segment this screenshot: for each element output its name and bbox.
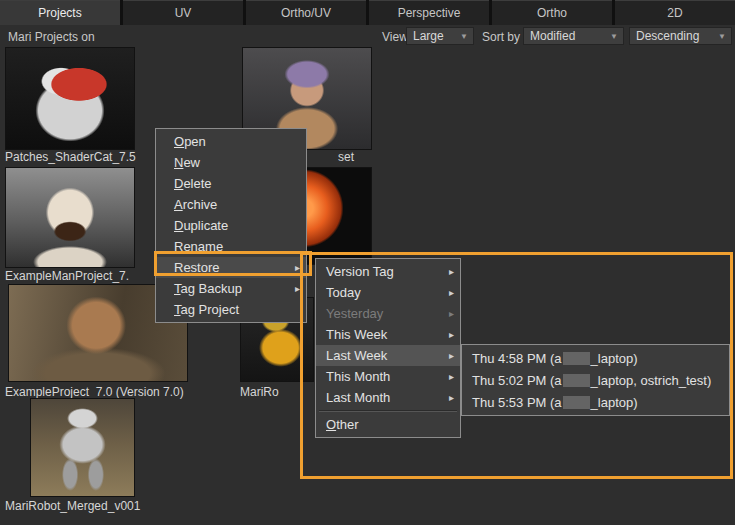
menu-item-label: Tag Backup	[174, 281, 242, 296]
menu-item-label: Archive	[174, 197, 217, 212]
submenu-arrow-icon: ▸	[449, 329, 454, 340]
tab-label: UV	[175, 6, 192, 20]
submenu-item-yesterday[interactable]: Yesterday ▸	[316, 303, 460, 324]
tab-label: Projects	[38, 6, 81, 20]
tab-label: Ortho	[537, 6, 567, 20]
menu-item-label: Duplicate	[174, 218, 228, 233]
backup-item[interactable]: Thu 5:02 PM (a_laptop, ostrich_test)	[462, 369, 729, 391]
chevron-down-icon: ▼	[610, 32, 618, 41]
submenu-arrow-icon: ▸	[449, 371, 454, 382]
menu-item-restore[interactable]: Restore ▸	[156, 257, 306, 278]
menu-item-label: Tag Project	[174, 302, 239, 317]
submenu-item-today[interactable]: Today ▸	[316, 282, 460, 303]
menu-item-label: Version Tag	[326, 264, 394, 279]
submenu-item-last-week[interactable]: Last Week ▸	[316, 345, 460, 366]
submenu-item-other[interactable]: Other	[316, 414, 460, 435]
submenu-item-this-week[interactable]: This Week ▸	[316, 324, 460, 345]
project-caption: Patches_ShaderCat_7.5	[5, 150, 136, 164]
submenu-arrow-icon: ▸	[449, 392, 454, 403]
submenu-arrow-icon: ▸	[449, 350, 454, 361]
backup-item-text: Thu 4:58 PM (a	[472, 351, 562, 366]
menu-item-label: Open	[174, 134, 206, 149]
submenu-item-version-tag[interactable]: Version Tag ▸	[316, 261, 460, 282]
redaction-box	[563, 352, 590, 365]
submenu-arrow-icon: ▸	[295, 262, 300, 273]
project-thumbnail-marirobot-merged[interactable]	[30, 398, 135, 497]
project-caption: set	[338, 150, 354, 164]
context-menu: Open New Delete Archive Duplicate Rename…	[155, 128, 307, 323]
submenu-item-this-month[interactable]: This Month ▸	[316, 366, 460, 387]
sort-field-value: Modified	[530, 29, 575, 43]
tab-projects[interactable]: Projects	[0, 0, 120, 25]
tab-ortho[interactable]: Ortho	[492, 0, 612, 25]
backup-item-text: Thu 5:53 PM (a	[472, 395, 562, 410]
menu-item-label: This Month	[326, 369, 390, 384]
menu-item-label: Last Week	[326, 348, 387, 363]
tab-uv[interactable]: UV	[123, 0, 243, 25]
menu-item-open[interactable]: Open	[156, 131, 306, 152]
menu-item-tag-backup[interactable]: Tag Backup ▸	[156, 278, 306, 299]
menu-item-new[interactable]: New	[156, 152, 306, 173]
menu-item-delete[interactable]: Delete	[156, 173, 306, 194]
menu-item-archive[interactable]: Archive	[156, 194, 306, 215]
backup-item[interactable]: Thu 5:53 PM (a_laptop)	[462, 391, 729, 413]
sort-field-dropdown[interactable]: Modified ▼	[523, 27, 624, 45]
submenu-arrow-icon: ▸	[449, 287, 454, 298]
sort-by-label: Sort by	[482, 30, 520, 44]
project-thumbnail-patches-shadercat[interactable]	[5, 47, 135, 150]
backup-item[interactable]: Thu 4:58 PM (a_laptop)	[462, 347, 729, 369]
tab-label: 2D	[667, 6, 682, 20]
project-thumbnail-exampleman[interactable]	[5, 167, 135, 268]
mari-projects-window: Projects UV Ortho/UV Perspective Ortho 2…	[0, 0, 735, 525]
menu-item-tag-project[interactable]: Tag Project	[156, 299, 306, 320]
backup-item-text: _laptop, ostrich_test)	[591, 373, 712, 388]
submenu-arrow-icon: ▸	[449, 266, 454, 277]
tab-2d[interactable]: 2D	[615, 0, 735, 25]
menu-item-label: This Week	[326, 327, 387, 342]
tab-bar: Projects UV Ortho/UV Perspective Ortho 2…	[0, 0, 735, 25]
backup-list-menu: Thu 4:58 PM (a_laptop) Thu 5:02 PM (a_la…	[461, 344, 730, 416]
chevron-down-icon: ▼	[718, 32, 726, 41]
project-caption: ExampleProject_7.0 (Version 7.0)	[5, 385, 184, 399]
backup-item-text: _laptop)	[591, 351, 638, 366]
menu-item-rename[interactable]: Rename	[156, 236, 306, 257]
menu-item-label: New	[174, 155, 200, 170]
tab-ortho-uv[interactable]: Ortho/UV	[246, 0, 366, 25]
menu-item-label: Today	[326, 285, 361, 300]
restore-submenu: Version Tag ▸ Today ▸ Yesterday ▸ This W…	[315, 258, 461, 438]
tab-label: Ortho/UV	[281, 6, 331, 20]
tab-label: Perspective	[398, 6, 461, 20]
redaction-box	[563, 396, 590, 409]
menu-item-label: Yesterday	[326, 306, 383, 321]
view-size-value: Large	[413, 29, 444, 43]
menu-item-duplicate[interactable]: Duplicate	[156, 215, 306, 236]
menu-item-label: Other	[326, 417, 359, 432]
menu-item-label: Rename	[174, 239, 223, 254]
submenu-item-last-month[interactable]: Last Month ▸	[316, 387, 460, 408]
chevron-down-icon: ▼	[460, 32, 468, 41]
submenu-arrow-icon: ▸	[295, 283, 300, 294]
redaction-box	[563, 374, 590, 387]
backup-item-text: _laptop)	[591, 395, 638, 410]
view-label: View	[382, 30, 408, 44]
menu-item-label: Delete	[174, 176, 212, 191]
menu-separator	[319, 410, 457, 412]
sort-order-dropdown[interactable]: Descending ▼	[629, 27, 732, 45]
sort-order-value: Descending	[636, 29, 699, 43]
backup-item-text: Thu 5:02 PM (a	[472, 373, 562, 388]
project-caption: ExampleManProject_7.	[5, 269, 129, 283]
menu-item-label: Last Month	[326, 390, 390, 405]
project-caption: MariRo	[240, 385, 279, 399]
submenu-arrow-icon: ▸	[449, 308, 454, 319]
view-size-dropdown[interactable]: Large ▼	[406, 27, 474, 45]
project-caption: MariRobot_Merged_v001	[5, 499, 140, 513]
menu-item-label: Restore	[174, 260, 220, 275]
projects-on-label: Mari Projects on	[8, 30, 95, 44]
tab-perspective[interactable]: Perspective	[369, 0, 489, 25]
